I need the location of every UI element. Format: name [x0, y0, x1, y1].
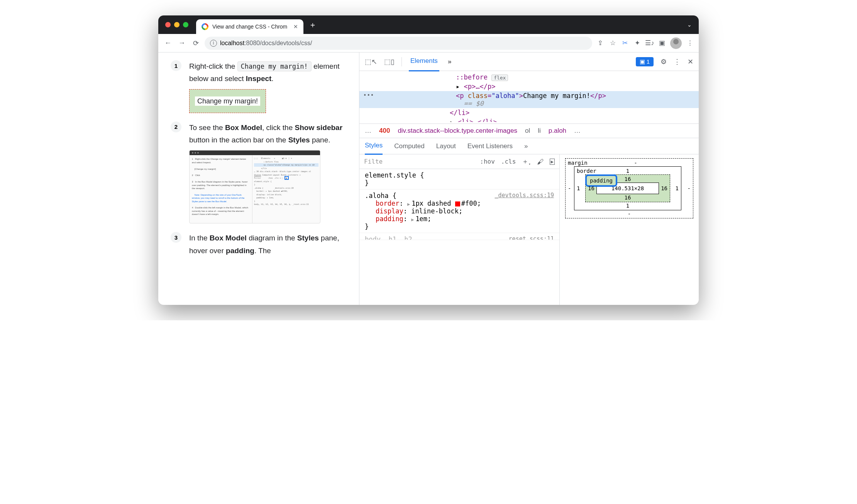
browser-tab[interactable]: View and change CSS - Chrom ✕ — [196, 19, 303, 34]
demo-element[interactable]: Change my margin! — [189, 89, 266, 113]
profile-avatar[interactable] — [670, 37, 682, 49]
box-model-diagram[interactable]: margin - - - - border 1 1 1 1 — [565, 158, 693, 218]
address-bar[interactable]: i localhost:8080/docs/devtools/css/ — [205, 37, 592, 50]
back-button[interactable]: ← — [163, 38, 173, 48]
css-rule[interactable]: body, h1, h2 reset.scss:11 — [359, 233, 559, 240]
box-margin[interactable]: margin - - - - border 1 1 1 1 — [565, 158, 693, 218]
close-window-icon[interactable] — [165, 22, 171, 27]
url-port: :8080 — [244, 40, 260, 46]
content-area: 1 Right-click the Change my margin! elem… — [158, 52, 699, 305]
sidebar-toggle-icon[interactable]: ▶ — [550, 159, 555, 165]
device-toggle-icon[interactable]: ⬚▯ — [384, 58, 395, 66]
minimize-window-icon[interactable] — [174, 22, 180, 27]
reading-list-icon[interactable]: ☰♪ — [645, 39, 654, 47]
dom-node[interactable]: ::before flex — [359, 73, 699, 82]
devtools-pane: ⬚↖ ⬚▯ Elements » ▣ 1 ⚙ ⋮ ✕ ::before flex… — [359, 52, 699, 305]
tab-title: View and change CSS - Chrom — [212, 24, 287, 30]
box-border[interactable]: border 1 1 1 1 padding 16 16 16 — [574, 166, 681, 210]
bookmark-icon[interactable]: ☆ — [608, 39, 617, 47]
css-rule[interactable]: element.style { } — [359, 169, 559, 189]
tab-elements[interactable]: Elements — [409, 52, 439, 71]
forward-button[interactable]: → — [177, 38, 187, 48]
reload-button[interactable]: ⟳ — [191, 38, 201, 48]
step-number: 3 — [171, 232, 181, 243]
new-tab-button[interactable]: ＋ — [309, 20, 317, 30]
styles-filter-row: Filte :hov .cls ＋▾ 🖌 ▶ — [359, 154, 559, 169]
devtools-body: Filte :hov .cls ＋▾ 🖌 ▶ element.style { }… — [359, 154, 699, 305]
documentation-pane: 1 Right-click the Change my margin! elem… — [158, 52, 359, 305]
step-body: In the Box Model diagram in the Styles p… — [189, 232, 347, 257]
subtab-more[interactable]: » — [524, 138, 528, 154]
feedback-badge[interactable]: ▣ 1 — [636, 57, 654, 66]
tab-search-icon[interactable]: ⌄ — [687, 22, 692, 28]
source-link[interactable]: _devtools.scss:19 — [495, 192, 554, 199]
url-host: localhost — [220, 40, 244, 46]
cls-button[interactable]: .cls — [501, 158, 516, 165]
dom-node-selected[interactable]: <p class="aloha">Change my margin!</p> =… — [359, 91, 699, 108]
dom-node[interactable]: ▸ <li>…</li> — [359, 117, 699, 122]
subtab-listeners[interactable]: Event Listeners — [467, 138, 513, 154]
inspect-icon[interactable]: ⬚↖ — [365, 58, 377, 66]
box-model-column: margin - - - - border 1 1 1 1 — [560, 154, 699, 305]
css-rule[interactable]: .aloha { _devtools.scss:19 border: ▶1px … — [359, 189, 559, 233]
error-count[interactable]: 400 — [379, 127, 390, 135]
step-number: 2 — [171, 122, 181, 132]
step-2: 2 To see the Box Model, click the Show s… — [171, 122, 347, 224]
dom-node[interactable]: ▸ <p>…</p> — [359, 82, 699, 91]
screenshot-thumbnail: 1 Right-click the Change my margin! elem… — [189, 150, 320, 223]
styles-tabs: Styles Computed Layout Event Listeners » — [359, 138, 699, 154]
dom-tree[interactable]: ::before flex ▸ <p>…</p> <p class="aloha… — [359, 71, 699, 123]
step-1: 1 Right-click the Change my margin! elem… — [171, 60, 347, 113]
chrome-favicon-icon — [202, 23, 208, 30]
paint-icon[interactable]: 🖌 — [537, 158, 544, 166]
subtab-computed[interactable]: Computed — [394, 138, 424, 154]
scissors-icon[interactable]: ✂ — [621, 39, 629, 47]
kebab-icon[interactable]: ⋮ — [674, 58, 681, 66]
titlebar: View and change CSS - Chrom ✕ ＋ ⌄ — [158, 15, 699, 34]
tab-more[interactable]: » — [446, 52, 453, 71]
dom-breadcrumb[interactable]: … 400 div.stack.stack--block.type.center… — [359, 123, 699, 138]
code-inline: Change my margin! — [237, 61, 312, 71]
window-controls — [165, 22, 188, 27]
extensions-icon[interactable]: ✦ — [633, 39, 642, 47]
subtab-layout[interactable]: Layout — [436, 138, 456, 154]
maximize-window-icon[interactable] — [183, 22, 188, 27]
dom-node[interactable]: </li> — [359, 108, 699, 117]
settings-icon[interactable]: ⚙ — [661, 58, 667, 66]
hov-button[interactable]: :hov — [480, 158, 495, 165]
step-number: 1 — [171, 60, 181, 71]
styles-column: Filte :hov .cls ＋▾ 🖌 ▶ element.style { }… — [359, 154, 560, 305]
sidepanel-icon[interactable]: ▣ — [658, 39, 666, 47]
site-info-icon[interactable]: i — [210, 40, 217, 47]
step-3: 3 In the Box Model diagram in the Styles… — [171, 232, 347, 257]
new-rule-icon[interactable]: ＋▾ — [522, 157, 530, 166]
share-icon[interactable]: ⇪ — [596, 39, 605, 47]
menu-icon[interactable]: ⋮ — [686, 39, 694, 47]
devtools-header: ⬚↖ ⬚▯ Elements » ▣ 1 ⚙ ⋮ ✕ — [359, 52, 699, 71]
browser-toolbar: ← → ⟳ i localhost:8080/docs/devtools/css… — [158, 34, 699, 52]
browser-window: View and change CSS - Chrom ✕ ＋ ⌄ ← → ⟳ … — [158, 15, 699, 305]
close-devtools-icon[interactable]: ✕ — [688, 58, 693, 66]
filter-input[interactable]: Filte — [364, 158, 383, 165]
color-swatch-icon[interactable] — [455, 201, 460, 206]
url-path: /docs/devtools/css/ — [260, 40, 312, 46]
close-tab-icon[interactable]: ✕ — [293, 24, 298, 30]
box-padding[interactable]: padding 16 16 16 16 140.531×28 — [585, 174, 670, 202]
step-body: To see the Box Model, click the Show sid… — [189, 122, 347, 224]
step-body: Right-click the Change my margin! elemen… — [189, 60, 347, 113]
subtab-styles[interactable]: Styles — [365, 137, 383, 155]
